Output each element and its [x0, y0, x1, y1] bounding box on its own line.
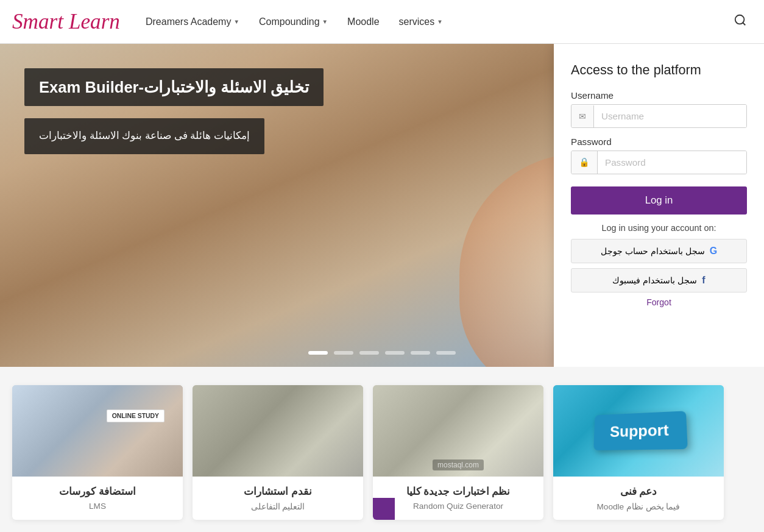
- slide-dot-3[interactable]: [359, 351, 379, 355]
- password-input-wrapper: 🔒: [571, 151, 747, 174]
- card-consulting: نقدم استشارات التعليم التفاعلى: [193, 385, 363, 520]
- card-4-body: دعم فنى فيما يخص نظام Moodle: [553, 477, 724, 520]
- card-3-title: نظم اختبارات جديدة كليا: [380, 485, 536, 498]
- search-icon[interactable]: [729, 9, 752, 35]
- watermark: mostaql.com: [433, 459, 484, 470]
- username-input[interactable]: [594, 105, 746, 127]
- username-label: Username: [571, 90, 747, 101]
- card-quiz: mostaql.com نظم اختبارات جديدة كليا Rand…: [373, 385, 543, 520]
- username-input-wrapper: ✉: [571, 104, 747, 128]
- facebook-login-button[interactable]: f سجل باستخدام فيسبوك: [571, 268, 747, 293]
- envelope-icon: ✉: [571, 105, 594, 127]
- svg-point-0: [735, 15, 745, 24]
- nav-item-compounding[interactable]: Compounding ▼: [252, 12, 335, 32]
- dropdown-caret-3: ▼: [437, 18, 443, 25]
- brand-name: Smart Learn: [12, 11, 120, 32]
- social-login-label: Log in using your account on:: [571, 223, 747, 233]
- forgot-password-link[interactable]: Forgot: [571, 297, 747, 307]
- card-4-image: Support: [553, 385, 724, 477]
- slide-dot-1[interactable]: [308, 351, 328, 355]
- card-2-title: نقدم استشارات: [200, 485, 356, 498]
- brand-logo[interactable]: Smart Learn: [12, 11, 120, 32]
- navbar: Smart Learn Dreamers Academy ▼ Compoundi…: [0, 0, 764, 44]
- login-panel: Access to the platform Username ✉ Passwo…: [554, 44, 764, 367]
- username-group: Username ✉: [571, 90, 747, 128]
- password-input[interactable]: [598, 151, 746, 174]
- card-1-title: استضافة كورسات: [19, 485, 175, 498]
- slide-dot-4[interactable]: [385, 351, 405, 355]
- nav-item-dreamers-academy[interactable]: Dreamers Academy ▼: [138, 12, 247, 32]
- card-support: Support دعم فنى فيما يخص نظام Moodle: [553, 385, 724, 520]
- online-study-label: ONLINE STUDY: [107, 410, 164, 422]
- hero-title: تخليق الاسئلة والاختبارات-Exam Builder: [39, 78, 309, 96]
- google-login-button[interactable]: G سجل باستخدام حساب جوجل: [571, 239, 747, 263]
- hero-section: تخليق الاسئلة والاختبارات-Exam Builder إ…: [0, 44, 764, 367]
- slide-dots: [308, 351, 456, 355]
- slide-dot-2[interactable]: [334, 351, 353, 355]
- card-2-body: نقدم استشارات التعليم التفاعلى: [193, 477, 363, 520]
- dropdown-caret-2: ▼: [322, 18, 328, 25]
- card-3-subtitle: Random Quiz Generator: [380, 502, 536, 511]
- card-1-body: استضافة كورسات LMS: [12, 477, 183, 519]
- login-button[interactable]: Log in: [571, 186, 747, 215]
- card-2-subtitle: التعليم التفاعلى: [200, 502, 356, 511]
- password-group: Password 🔒: [571, 137, 747, 174]
- nav-item-moodle[interactable]: Moodle: [340, 12, 386, 32]
- hero-content: تخليق الاسئلة والاختبارات-Exam Builder إ…: [0, 44, 366, 179]
- lock-icon: 🔒: [571, 151, 598, 174]
- login-heading: Access to the platform: [571, 62, 747, 78]
- card-4-subtitle: فيما يخص نظام Moodle: [561, 502, 716, 511]
- nav-links: Dreamers Academy ▼ Compounding ▼ Moodle …: [138, 12, 729, 32]
- svg-line-1: [743, 23, 745, 25]
- slide-dot-6[interactable]: [436, 351, 456, 355]
- card-3-body: نظم اختبارات جديدة كليا Random Quiz Gene…: [373, 477, 543, 519]
- cards-section: ONLINE STUDY استضافة كورسات LMS نقدم است…: [0, 367, 764, 532]
- google-icon: G: [710, 246, 717, 257]
- hero-subtitle: إمكانيات هائلة فى صناعة بنوك الاسئلة وال…: [39, 128, 250, 144]
- card-3-purple-button[interactable]: [373, 498, 395, 520]
- hero-title-box: تخليق الاسئلة والاختبارات-Exam Builder: [24, 68, 324, 106]
- card-2-image: [193, 385, 363, 477]
- facebook-icon: f: [702, 275, 705, 286]
- card-hosting: ONLINE STUDY استضافة كورسات LMS: [12, 385, 183, 520]
- card-3-image: mostaql.com: [373, 385, 543, 477]
- card-4-title: دعم فنى: [561, 485, 716, 498]
- dropdown-caret: ▼: [233, 18, 239, 25]
- hero-subtitle-box: إمكانيات هائلة فى صناعة بنوك الاسئلة وال…: [24, 118, 264, 154]
- card-1-subtitle: LMS: [19, 502, 175, 511]
- password-label: Password: [571, 137, 747, 147]
- nav-item-services[interactable]: services ▼: [392, 12, 450, 32]
- card-1-image: ONLINE STUDY: [12, 385, 183, 477]
- slide-dot-5[interactable]: [411, 351, 430, 355]
